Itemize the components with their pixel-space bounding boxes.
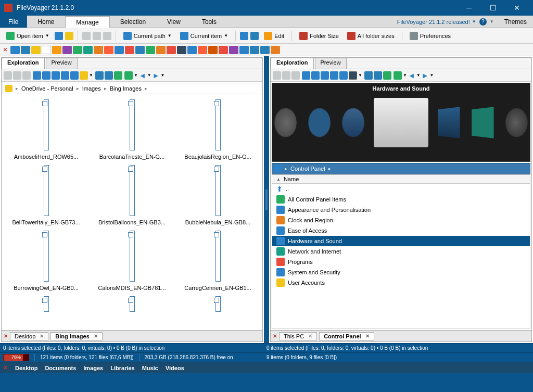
up-row[interactable]: ⬆.. (272, 184, 530, 194)
maximize-button[interactable]: ☐ (481, 0, 505, 16)
left-tab-preview[interactable]: Preview (46, 58, 78, 69)
tb-icon-2[interactable] (65, 32, 73, 40)
thumb-item[interactable] (44, 165, 49, 216)
left-btab-bingimages[interactable]: Bing Images✕ (50, 332, 102, 340)
left-breadcrumb[interactable]: ▸ OneDrive - Personal ▸ Images ▸ Bing Im… (3, 83, 261, 94)
menu-selection[interactable]: Selection (110, 16, 157, 28)
cflow-left-3[interactable] (274, 107, 296, 138)
lb-19[interactable] (198, 46, 207, 54)
lb-23[interactable] (239, 46, 249, 54)
rpt-12[interactable] (383, 71, 391, 80)
lb-25[interactable] (260, 46, 270, 54)
left-bottomtab-close[interactable]: ✕ (4, 333, 8, 339)
rpt-1[interactable] (273, 71, 281, 80)
rpt-5[interactable] (311, 71, 320, 80)
back-arrow-icon-r[interactable]: ◄ (408, 71, 415, 80)
right-breadcrumb[interactable]: ▸ Control Panel ▸ (272, 163, 530, 174)
lb-6[interactable] (62, 46, 72, 54)
news-ticker[interactable]: FileVoyager 21.1.2 released! ▼ ? ▼ (397, 16, 498, 28)
crumb-cp[interactable]: Control Panel (290, 166, 325, 172)
all-folder-sizes-button[interactable]: All folder sizes (344, 31, 398, 41)
right-tab-preview[interactable]: Preview (315, 58, 347, 69)
lpt-3[interactable] (22, 71, 31, 80)
list-item[interactable]: System and Security (272, 267, 530, 277)
file-menu[interactable]: File (0, 16, 27, 28)
back-arrow-icon[interactable]: ◄ (139, 71, 146, 80)
lb-1[interactable] (10, 46, 20, 54)
rpt-9[interactable] (349, 71, 357, 80)
lpt-7[interactable] (61, 71, 69, 80)
lb-20[interactable] (208, 46, 218, 54)
lb-14[interactable] (146, 46, 155, 54)
rpt-8[interactable] (339, 71, 348, 80)
thumbnail-view[interactable]: AmboseliHerd_ROW65...BarcolanaTrieste_EN… (2, 95, 262, 330)
thumb-item[interactable] (130, 165, 135, 216)
list-header[interactable]: ▲Name (272, 175, 530, 184)
rpt-6[interactable] (321, 71, 329, 80)
lb-7[interactable] (73, 46, 82, 54)
tb-icon-3[interactable] (240, 32, 248, 40)
rpt-11[interactable] (374, 71, 382, 80)
cflow-left-1[interactable] (342, 107, 364, 138)
close-button[interactable]: ✕ (505, 0, 529, 16)
lpt-10[interactable] (95, 71, 104, 80)
themes-button[interactable]: Themes (498, 16, 533, 28)
lb-12[interactable] (125, 46, 134, 54)
open-item-button[interactable]: Open item▼ (3, 31, 53, 41)
lb-3[interactable] (31, 46, 41, 54)
crumb-1[interactable]: OneDrive - Personal (21, 85, 73, 92)
menu-tools[interactable]: Tools (192, 16, 227, 28)
left-btab-desktop[interactable]: Desktop✕ (10, 332, 48, 340)
lb-8[interactable] (83, 46, 93, 54)
menu-home[interactable]: Home (27, 16, 65, 28)
crumb-3[interactable]: Bing Images (110, 85, 142, 92)
lb-5[interactable] (52, 46, 61, 54)
cflow-right-2[interactable] (472, 107, 493, 138)
footer-close[interactable]: ✕ (3, 364, 8, 371)
tb-icon-1[interactable] (55, 32, 63, 40)
rpt-7[interactable] (330, 71, 338, 80)
list-item[interactable]: Network and Internet (272, 246, 530, 257)
menu-manage[interactable]: Manage (65, 16, 109, 28)
current-path-button[interactable]: Current path▼ (120, 31, 175, 41)
right-btab-thispc[interactable]: This PC✕ (279, 332, 317, 340)
help-icon[interactable]: ? (479, 18, 487, 26)
fav-libraries[interactable]: Libraries (110, 365, 134, 371)
thumb-item[interactable] (215, 231, 221, 282)
rpt-2[interactable] (282, 71, 290, 80)
lb-21[interactable] (219, 46, 228, 54)
lb-13[interactable] (135, 46, 145, 54)
list-item[interactable]: User Accounts (272, 277, 530, 288)
fav-documents[interactable]: Documents (45, 365, 76, 371)
fav-videos[interactable]: Videos (166, 365, 184, 371)
thumb-item[interactable] (44, 296, 49, 312)
list-item[interactable]: Hardware and Sound (272, 236, 530, 246)
cflow-right-1[interactable] (438, 107, 460, 138)
thumb-item[interactable] (130, 296, 135, 312)
cflow-left-2[interactable] (308, 107, 330, 138)
edit-button[interactable]: Edit (261, 31, 287, 41)
lb-10[interactable] (104, 46, 113, 54)
lb-22[interactable] (229, 46, 238, 54)
left-tab-exploration[interactable]: Exploration (2, 58, 45, 69)
lb-15[interactable] (156, 46, 166, 54)
menu-view[interactable]: View (157, 16, 192, 28)
right-listview[interactable]: ▲Name ⬆.. All Control Panel ItemsAppeara… (272, 174, 530, 329)
lb-4[interactable] (42, 46, 51, 54)
thumb-item[interactable] (130, 99, 135, 150)
lb-16[interactable] (167, 46, 176, 54)
lpt-13[interactable] (124, 71, 133, 80)
lpt-5[interactable] (42, 71, 50, 80)
lpt-1[interactable] (4, 71, 12, 80)
cut-icon[interactable] (82, 32, 91, 40)
tb-icon-4[interactable] (250, 32, 259, 40)
thumb-item[interactable] (215, 165, 221, 216)
folder-size-button[interactable]: Folder Size (296, 31, 342, 41)
lb-9[interactable] (94, 46, 103, 54)
rpt-4[interactable] (302, 71, 310, 80)
fav-desktop[interactable]: Desktop (15, 365, 37, 371)
fav-images[interactable]: Images (83, 365, 103, 371)
lpt-6[interactable] (52, 71, 60, 80)
paste-icon[interactable] (103, 32, 111, 40)
lb-26[interactable] (271, 46, 280, 54)
